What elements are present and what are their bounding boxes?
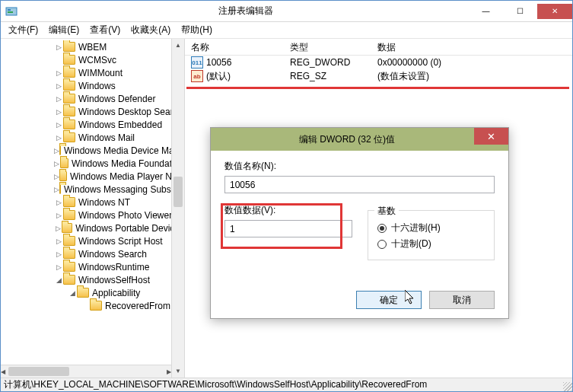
list-row[interactable]: ab(默认)REG_SZ(数值未设置)	[185, 69, 572, 83]
registry-tree[interactable]: ▷WBEMWCMSvc▷WIMMount▷Windows▷Windows Def…	[1, 39, 185, 378]
tree-item[interactable]: ▷Windows Embedded	[1, 118, 184, 131]
cancel-button[interactable]: 取消	[429, 291, 495, 309]
menubar: 文件(F) 编辑(E) 查看(V) 收藏夹(A) 帮助(H)	[1, 22, 572, 39]
expander-icon[interactable]: ▷	[54, 263, 63, 271]
radio-dec-icon[interactable]	[377, 240, 387, 249]
folder-icon	[63, 120, 75, 129]
tree-item[interactable]: ▷Windows Messaging Subsystem	[1, 183, 184, 196]
menu-file[interactable]: 文件(F)	[4, 22, 43, 38]
highlight-underline	[186, 87, 569, 89]
base-groupbox: 基数 十六进制(H) 十进制(D)	[368, 210, 495, 260]
expander-icon[interactable]: ▷	[54, 160, 60, 167]
col-type[interactable]: 类型	[284, 39, 371, 55]
expander-icon[interactable]: ▷	[54, 212, 63, 219]
expander-icon[interactable]: ▷	[54, 237, 63, 245]
tree-item[interactable]: ▷Windows Search	[1, 247, 184, 260]
expander-icon[interactable]: ▷	[54, 186, 59, 193]
folder-icon	[63, 55, 75, 65]
value-name-input[interactable]	[224, 176, 495, 193]
resize-grip[interactable]	[563, 382, 572, 391]
dialog-close-button[interactable]: ✕	[474, 128, 508, 145]
tree-hscrollbar[interactable]: ◀ ▶	[1, 365, 171, 378]
tree-label: Windows Mail	[78, 132, 135, 143]
tree-item[interactable]: ▷Windows Mail	[1, 131, 184, 144]
tree-label: WindowsSelfHost	[78, 275, 150, 285]
tree-item[interactable]: ▷Windows Photo Viewer	[1, 209, 184, 221]
titlebar[interactable]: 注册表编辑器 — ☐ ✕	[1, 1, 572, 22]
tree-vscrollbar[interactable]: ▲ ▼	[171, 39, 184, 378]
expander-icon[interactable]: ▷	[54, 250, 63, 258]
tree-item[interactable]: ▷Windows	[1, 79, 184, 92]
radio-hex[interactable]: 十六进制(H)	[377, 221, 485, 234]
expander-icon[interactable]: ◢	[54, 276, 63, 284]
tree-item[interactable]: ▷Windows Desktop Search	[1, 105, 184, 118]
tree-item[interactable]: ▷Windows NT	[1, 196, 184, 209]
tree-item[interactable]: ▷WindowsRuntime	[1, 260, 184, 273]
string-icon: ab	[191, 70, 203, 82]
col-data[interactable]: 数据	[371, 39, 572, 55]
menu-view[interactable]: 查看(V)	[85, 22, 125, 38]
tree-item[interactable]: ▷WIMMount	[1, 66, 184, 79]
radio-dec[interactable]: 十进制(D)	[377, 237, 485, 250]
list-row[interactable]: 01110056REG_DWORD0x00000000 (0)	[185, 56, 572, 69]
tree-label: Windows Portable Devices	[75, 223, 184, 234]
folder-icon	[63, 210, 75, 220]
expander-icon[interactable]: ▷	[54, 121, 63, 129]
expander-icon[interactable]: ▷	[54, 147, 59, 155]
expander-icon[interactable]: ▷	[54, 43, 63, 51]
close-button[interactable]: ✕	[537, 4, 572, 19]
value-data-input[interactable]	[224, 220, 352, 237]
value-name: (默认)	[206, 70, 231, 83]
expander-icon[interactable]: ▷	[54, 69, 63, 77]
tree-item[interactable]: ▷Windows Media Player NSS	[1, 170, 184, 183]
tree-item[interactable]: ▷WBEM	[1, 40, 184, 53]
expander-icon[interactable]: ▷	[54, 199, 63, 206]
tree-label: Applicability	[92, 288, 140, 298]
tree-label: WCMSvc	[78, 55, 116, 65]
expander-icon[interactable]: ▷	[54, 173, 59, 180]
tree-item[interactable]: ◢WindowsSelfHost	[1, 273, 184, 286]
dialog-titlebar[interactable]: 编辑 DWORD (32 位)值 ✕	[211, 128, 508, 151]
scroll-up-icon[interactable]: ▲	[172, 39, 184, 52]
radio-hex-icon[interactable]	[377, 224, 387, 233]
tree-item[interactable]: ▷Windows Portable Devices	[1, 221, 184, 234]
ok-button[interactable]: 确定	[356, 291, 422, 309]
expander-icon[interactable]: ▷	[54, 134, 63, 142]
scroll-down-icon[interactable]: ▼	[172, 365, 184, 378]
folder-icon	[62, 223, 72, 233]
base-legend: 基数	[374, 205, 399, 218]
dialog-title: 编辑 DWORD (32 位)值	[220, 133, 474, 146]
scroll-thumb[interactable]	[173, 177, 183, 207]
tree-item[interactable]: ▷Windows Media Foundation	[1, 157, 184, 170]
tree-item[interactable]: ◢Applicability	[1, 286, 184, 299]
hscroll-thumb[interactable]	[8, 367, 69, 376]
status-path: 计算机\HKEY_LOCAL_MACHINE\SOFTWARE\Microsof…	[4, 378, 427, 391]
folder-icon	[63, 42, 75, 52]
tree-item[interactable]: RecoveredFrom	[1, 299, 184, 312]
folder-icon	[63, 197, 75, 207]
expander-icon[interactable]: ◢	[68, 289, 77, 297]
folder-icon	[59, 171, 67, 181]
tree-item[interactable]: ▷Windows Media Device Manager	[1, 144, 184, 157]
minimize-button[interactable]: —	[469, 4, 503, 19]
edit-dword-dialog: 编辑 DWORD (32 位)值 ✕ 数值名称(N): 数值数据(V): 基数 …	[210, 127, 509, 319]
maximize-button[interactable]: ☐	[503, 4, 537, 19]
menu-favorites[interactable]: 收藏夹(A)	[126, 22, 175, 38]
col-name[interactable]: 名称	[185, 39, 284, 55]
folder-icon	[63, 236, 75, 246]
expander-icon[interactable]: ▷	[54, 82, 63, 90]
tree-label: Windows Media Device Manager	[64, 145, 184, 156]
tree-item[interactable]: WCMSvc	[1, 53, 184, 66]
folder-icon	[63, 107, 75, 116]
expander-icon[interactable]: ▷	[54, 95, 63, 103]
scroll-right-icon[interactable]: ▶	[167, 365, 171, 378]
value-data-label: 数值数据(V):	[224, 204, 354, 217]
menu-edit[interactable]: 编辑(E)	[44, 22, 84, 38]
menu-help[interactable]: 帮助(H)	[177, 22, 217, 38]
expander-icon[interactable]: ▷	[54, 225, 62, 232]
list-header[interactable]: 名称 类型 数据	[185, 39, 572, 56]
folder-icon	[63, 262, 75, 272]
tree-item[interactable]: ▷Windows Script Host	[1, 234, 184, 247]
tree-item[interactable]: ▷Windows Defender	[1, 92, 184, 105]
expander-icon[interactable]: ▷	[54, 108, 63, 116]
